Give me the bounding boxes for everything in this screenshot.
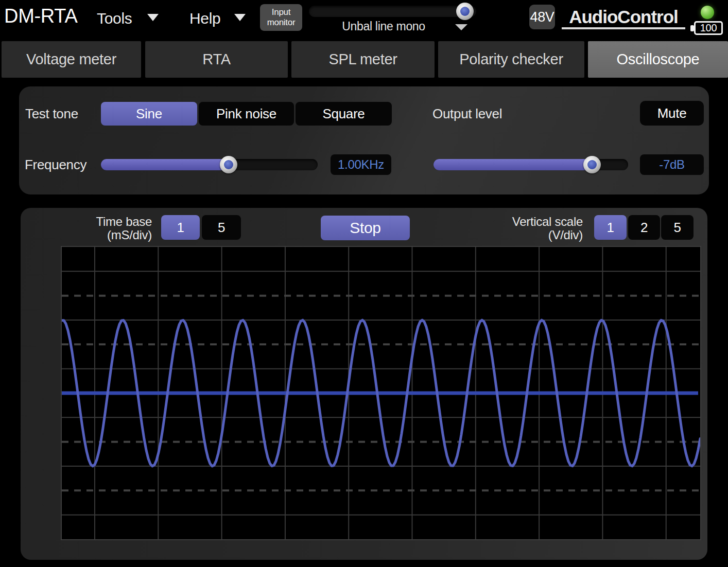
- vertical-scale-label-line1: Vertical scale: [500, 215, 583, 228]
- tone-square-button[interactable]: Square: [296, 102, 392, 126]
- status-led-icon: [701, 6, 714, 19]
- battery-nub: [690, 25, 694, 31]
- input-source-select[interactable]: Unbal line mono: [309, 20, 458, 33]
- tab-voltage-meter[interactable]: Voltage meter: [2, 41, 141, 78]
- frequency-label: Frequency: [25, 154, 86, 175]
- tab-rta[interactable]: RTA: [145, 41, 288, 78]
- vertical-scale-2-button[interactable]: 2: [628, 215, 660, 240]
- output-level-value: -7dB: [640, 154, 704, 175]
- input-monitor-label-line1: Input: [260, 7, 302, 17]
- app-title: DM-RTA: [4, 5, 77, 27]
- oscilloscope-panel: Time base (mS/div) 1 5 Stop Vertical sca…: [21, 208, 707, 560]
- tone-sine-button[interactable]: Sine: [101, 102, 197, 126]
- tools-menu[interactable]: Tools: [97, 10, 132, 27]
- vertical-scale-label: Vertical scale (V/div): [500, 215, 583, 242]
- brand-logo: AudioControl: [562, 7, 685, 27]
- time-base-1-button[interactable]: 1: [161, 215, 200, 240]
- time-base-label-line1: Time base: [72, 215, 152, 228]
- test-tone-label: Test tone: [25, 102, 78, 126]
- tone-pink-noise-button[interactable]: Pink noise: [199, 102, 294, 126]
- oscilloscope-display: [61, 246, 701, 540]
- frequency-slider-knob[interactable]: [220, 156, 237, 173]
- chevron-down-icon[interactable]: [147, 14, 159, 21]
- vertical-scale-1-button[interactable]: 1: [594, 215, 627, 240]
- output-level-label: Output level: [432, 102, 502, 126]
- battery-icon: 100: [694, 21, 723, 35]
- input-monitor-level-knob[interactable]: [456, 3, 474, 20]
- tab-oscilloscope[interactable]: Oscilloscope: [588, 41, 728, 78]
- run-stop-button[interactable]: Stop: [321, 216, 410, 240]
- input-monitor-button[interactable]: Input monitor: [260, 4, 302, 31]
- output-level-slider-fill: [434, 159, 592, 170]
- help-menu[interactable]: Help: [189, 10, 221, 27]
- chevron-down-icon[interactable]: [455, 24, 467, 30]
- brand-logo-underline: [562, 27, 685, 29]
- vertical-scale-label-line2: (V/div): [500, 228, 583, 242]
- oscilloscope-trace: [62, 247, 700, 539]
- vertical-scale-5-button[interactable]: 5: [661, 215, 694, 240]
- frequency-slider-fill: [101, 159, 229, 170]
- frequency-value: 1.00KHz: [331, 154, 391, 175]
- output-level-slider-knob[interactable]: [583, 156, 601, 173]
- input-monitor-level-slider[interactable]: [309, 6, 476, 17]
- time-base-5-button[interactable]: 5: [202, 215, 241, 240]
- phantom-power-badge: 48V: [529, 5, 555, 29]
- chevron-down-icon[interactable]: [234, 14, 246, 21]
- test-tone-panel: Test tone Sine Pink noise Square Output …: [19, 86, 709, 194]
- mute-button[interactable]: Mute: [640, 101, 704, 126]
- tab-polarity-checker[interactable]: Polarity checker: [438, 41, 584, 78]
- frequency-slider[interactable]: [101, 159, 318, 170]
- input-monitor-label-line2: monitor: [260, 17, 302, 28]
- time-base-label: Time base (mS/div): [72, 215, 152, 242]
- tab-spl-meter[interactable]: SPL meter: [291, 41, 435, 78]
- time-base-label-line2: (mS/div): [72, 228, 152, 242]
